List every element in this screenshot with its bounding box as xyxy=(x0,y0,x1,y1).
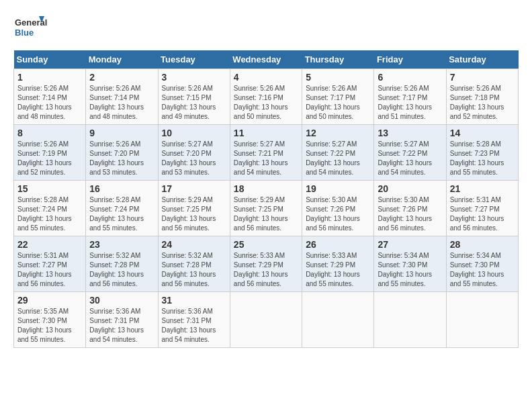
weekday-header: Tuesday xyxy=(158,50,230,69)
day-number: 13 xyxy=(378,128,442,138)
weekday-header: Thursday xyxy=(302,50,374,69)
day-info: Sunrise: 5:26 AM Sunset: 7:15 PM Dayligh… xyxy=(162,84,226,122)
day-number: 19 xyxy=(306,183,370,194)
calendar-week-row: 1Sunrise: 5:26 AM Sunset: 7:14 PM Daylig… xyxy=(14,69,519,125)
day-info: Sunrise: 5:32 AM Sunset: 7:28 PM Dayligh… xyxy=(89,251,154,289)
calendar-cell: 14Sunrise: 5:28 AM Sunset: 7:23 PM Dayli… xyxy=(446,125,518,181)
calendar-cell: 31Sunrise: 5:36 AM Sunset: 7:31 PM Dayli… xyxy=(158,292,230,348)
day-info: Sunrise: 5:29 AM Sunset: 7:25 PM Dayligh… xyxy=(234,195,298,233)
weekday-header: Sunday xyxy=(14,50,86,69)
day-info: Sunrise: 5:26 AM Sunset: 7:19 PM Dayligh… xyxy=(17,140,82,177)
calendar-week-row: 29Sunrise: 5:35 AM Sunset: 7:30 PM Dayli… xyxy=(14,292,519,348)
day-number: 9 xyxy=(89,128,154,138)
calendar-cell: 15Sunrise: 5:28 AM Sunset: 7:24 PM Dayli… xyxy=(14,181,86,236)
day-number: 24 xyxy=(162,239,226,250)
day-info: Sunrise: 5:34 AM Sunset: 7:30 PM Dayligh… xyxy=(378,251,442,289)
calendar-cell: 7Sunrise: 5:26 AM Sunset: 7:18 PM Daylig… xyxy=(446,69,518,125)
day-info: Sunrise: 5:27 AM Sunset: 7:21 PM Dayligh… xyxy=(234,140,298,177)
calendar-cell: 29Sunrise: 5:35 AM Sunset: 7:30 PM Dayli… xyxy=(14,292,86,348)
day-info: Sunrise: 5:36 AM Sunset: 7:31 PM Dayligh… xyxy=(89,307,154,345)
calendar-cell: 12Sunrise: 5:27 AM Sunset: 7:22 PM Dayli… xyxy=(302,125,374,181)
day-number: 2 xyxy=(89,72,154,83)
day-number: 25 xyxy=(234,239,298,250)
day-number: 27 xyxy=(378,239,442,250)
day-info: Sunrise: 5:31 AM Sunset: 7:27 PM Dayligh… xyxy=(17,251,82,289)
calendar-cell: 22Sunrise: 5:31 AM Sunset: 7:27 PM Dayli… xyxy=(14,236,86,292)
calendar-week-row: 8Sunrise: 5:26 AM Sunset: 7:19 PM Daylig… xyxy=(14,125,519,181)
calendar-cell xyxy=(230,292,302,348)
day-info: Sunrise: 5:34 AM Sunset: 7:30 PM Dayligh… xyxy=(450,251,515,289)
calendar-cell: 2Sunrise: 5:26 AM Sunset: 7:14 PM Daylig… xyxy=(86,69,158,125)
calendar-cell xyxy=(302,292,374,348)
day-number: 18 xyxy=(234,183,298,194)
day-number: 1 xyxy=(17,72,82,83)
day-info: Sunrise: 5:26 AM Sunset: 7:14 PM Dayligh… xyxy=(17,84,82,122)
calendar-cell: 11Sunrise: 5:27 AM Sunset: 7:21 PM Dayli… xyxy=(230,125,302,181)
calendar-cell: 5Sunrise: 5:26 AM Sunset: 7:17 PM Daylig… xyxy=(302,69,374,125)
weekday-header: Saturday xyxy=(446,50,518,69)
calendar-cell: 27Sunrise: 5:34 AM Sunset: 7:30 PM Dayli… xyxy=(374,236,446,292)
calendar-cell: 30Sunrise: 5:36 AM Sunset: 7:31 PM Dayli… xyxy=(86,292,158,348)
day-number: 10 xyxy=(162,128,226,138)
calendar-cell: 1Sunrise: 5:26 AM Sunset: 7:14 PM Daylig… xyxy=(14,69,86,125)
day-info: Sunrise: 5:33 AM Sunset: 7:29 PM Dayligh… xyxy=(234,251,298,289)
day-number: 4 xyxy=(234,72,298,83)
day-info: Sunrise: 5:27 AM Sunset: 7:22 PM Dayligh… xyxy=(306,140,370,177)
day-info: Sunrise: 5:28 AM Sunset: 7:24 PM Dayligh… xyxy=(89,195,154,233)
calendar-cell xyxy=(374,292,446,348)
day-info: Sunrise: 5:26 AM Sunset: 7:18 PM Dayligh… xyxy=(450,84,515,122)
calendar-cell: 18Sunrise: 5:29 AM Sunset: 7:25 PM Dayli… xyxy=(230,181,302,236)
calendar-table: SundayMondayTuesdayWednesdayThursdayFrid… xyxy=(13,50,519,348)
weekday-row: SundayMondayTuesdayWednesdayThursdayFrid… xyxy=(14,50,519,69)
weekday-header: Monday xyxy=(86,50,158,69)
calendar-cell: 28Sunrise: 5:34 AM Sunset: 7:30 PM Dayli… xyxy=(446,236,518,292)
page-header: General Blue xyxy=(13,13,519,44)
day-number: 17 xyxy=(162,183,226,194)
day-number: 15 xyxy=(17,183,82,194)
day-info: Sunrise: 5:26 AM Sunset: 7:17 PM Dayligh… xyxy=(378,84,442,122)
day-info: Sunrise: 5:36 AM Sunset: 7:31 PM Dayligh… xyxy=(162,307,226,345)
day-number: 26 xyxy=(306,239,370,250)
calendar-cell: 24Sunrise: 5:32 AM Sunset: 7:28 PM Dayli… xyxy=(158,236,230,292)
day-number: 29 xyxy=(17,295,82,306)
day-info: Sunrise: 5:28 AM Sunset: 7:23 PM Dayligh… xyxy=(450,140,515,177)
day-number: 16 xyxy=(89,183,154,194)
day-info: Sunrise: 5:35 AM Sunset: 7:30 PM Dayligh… xyxy=(17,307,82,345)
day-info: Sunrise: 5:28 AM Sunset: 7:24 PM Dayligh… xyxy=(17,195,82,233)
day-info: Sunrise: 5:27 AM Sunset: 7:22 PM Dayligh… xyxy=(378,140,442,177)
day-number: 14 xyxy=(450,128,515,138)
calendar-cell: 13Sunrise: 5:27 AM Sunset: 7:22 PM Dayli… xyxy=(374,125,446,181)
day-number: 12 xyxy=(306,128,370,138)
day-info: Sunrise: 5:26 AM Sunset: 7:20 PM Dayligh… xyxy=(89,140,154,177)
calendar-cell: 3Sunrise: 5:26 AM Sunset: 7:15 PM Daylig… xyxy=(158,69,230,125)
calendar-cell: 20Sunrise: 5:30 AM Sunset: 7:26 PM Dayli… xyxy=(374,181,446,236)
calendar-cell: 26Sunrise: 5:33 AM Sunset: 7:29 PM Dayli… xyxy=(302,236,374,292)
calendar-cell: 25Sunrise: 5:33 AM Sunset: 7:29 PM Dayli… xyxy=(230,236,302,292)
day-number: 7 xyxy=(450,72,515,83)
day-number: 28 xyxy=(450,239,515,250)
day-number: 6 xyxy=(378,72,442,83)
day-number: 31 xyxy=(162,295,226,306)
calendar-cell: 19Sunrise: 5:30 AM Sunset: 7:26 PM Dayli… xyxy=(302,181,374,236)
day-number: 22 xyxy=(17,239,82,250)
day-number: 3 xyxy=(162,72,226,83)
day-number: 20 xyxy=(378,183,442,194)
calendar-cell: 10Sunrise: 5:27 AM Sunset: 7:20 PM Dayli… xyxy=(158,125,230,181)
calendar-body: 1Sunrise: 5:26 AM Sunset: 7:14 PM Daylig… xyxy=(14,69,519,348)
day-info: Sunrise: 5:26 AM Sunset: 7:17 PM Dayligh… xyxy=(306,84,370,122)
day-info: Sunrise: 5:32 AM Sunset: 7:28 PM Dayligh… xyxy=(162,251,226,289)
day-info: Sunrise: 5:30 AM Sunset: 7:26 PM Dayligh… xyxy=(378,195,442,233)
day-info: Sunrise: 5:33 AM Sunset: 7:29 PM Dayligh… xyxy=(306,251,370,289)
logo-svg: General Blue xyxy=(13,13,47,44)
calendar-week-row: 15Sunrise: 5:28 AM Sunset: 7:24 PM Dayli… xyxy=(14,181,519,236)
day-info: Sunrise: 5:30 AM Sunset: 7:26 PM Dayligh… xyxy=(306,195,370,233)
calendar-header: SundayMondayTuesdayWednesdayThursdayFrid… xyxy=(14,50,519,69)
day-info: Sunrise: 5:26 AM Sunset: 7:14 PM Dayligh… xyxy=(89,84,154,122)
day-number: 23 xyxy=(89,239,154,250)
weekday-header: Wednesday xyxy=(230,50,302,69)
day-info: Sunrise: 5:31 AM Sunset: 7:27 PM Dayligh… xyxy=(450,195,515,233)
calendar-cell: 16Sunrise: 5:28 AM Sunset: 7:24 PM Dayli… xyxy=(86,181,158,236)
calendar-cell: 6Sunrise: 5:26 AM Sunset: 7:17 PM Daylig… xyxy=(374,69,446,125)
calendar-cell: 8Sunrise: 5:26 AM Sunset: 7:19 PM Daylig… xyxy=(14,125,86,181)
calendar-cell: 21Sunrise: 5:31 AM Sunset: 7:27 PM Dayli… xyxy=(446,181,518,236)
